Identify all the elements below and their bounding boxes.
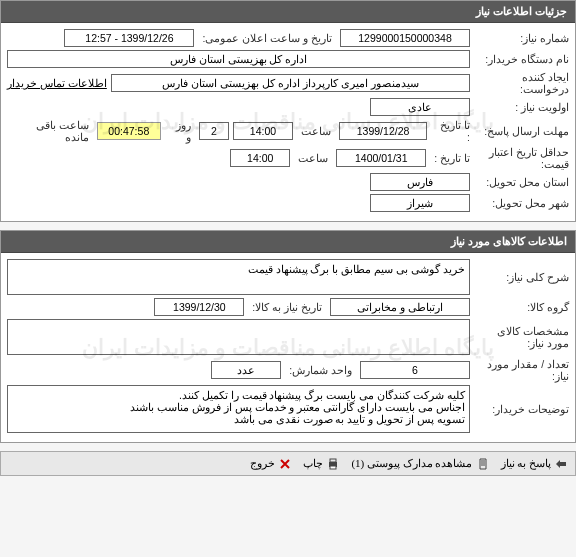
buyer-notes-field: کلیه شرکت کنندگان می بایست برگ پیشنهاد ق… bbox=[7, 385, 470, 433]
requester-label: ایجاد کننده درخواست: bbox=[474, 71, 569, 95]
reply-label: پاسخ به نیاز bbox=[501, 457, 552, 470]
svg-rect-1 bbox=[330, 459, 336, 462]
time-label-2: ساعت bbox=[294, 152, 332, 164]
requester-field: سیدمنصور امیری کارپرداز اداره کل بهزیستی… bbox=[111, 74, 470, 92]
until-date-label: تا تاریخ : bbox=[431, 119, 470, 143]
days-remaining-field: 2 bbox=[199, 122, 229, 140]
goods-group-field: ارتباطی و مخابراتی bbox=[330, 298, 470, 316]
panel1-header: جزئیات اطلاعات نیاز bbox=[1, 1, 575, 23]
unit-label: واحد شمارش: bbox=[285, 364, 356, 376]
print-icon bbox=[327, 458, 339, 470]
until-date-label-2: تا تاریخ : bbox=[430, 152, 470, 164]
deadline-date-field: 1399/12/28 bbox=[339, 122, 427, 140]
min-validity-label: حداقل تاریخ اعتبار قیمت: bbox=[474, 146, 569, 170]
validity-time-field: 14:00 bbox=[230, 149, 290, 167]
validity-date-field: 1400/01/31 bbox=[336, 149, 426, 167]
unit-field: عدد bbox=[211, 361, 281, 379]
print-label: چاپ bbox=[303, 457, 323, 470]
delivery-city-field: شیراز bbox=[370, 194, 470, 212]
delivery-province-label: استان محل تحویل: bbox=[474, 176, 569, 188]
buyer-org-label: نام دستگاه خریدار: bbox=[474, 53, 569, 65]
goods-info-panel: اطلاعات کالاهای مورد نیاز پایگاه اطلاع ر… bbox=[0, 230, 576, 443]
exit-button[interactable]: خروج bbox=[250, 457, 291, 470]
time-remaining-label: ساعت باقی مانده bbox=[7, 119, 93, 143]
public-datetime-field: 1399/12/26 - 12:57 bbox=[64, 29, 194, 47]
svg-rect-2 bbox=[330, 466, 336, 469]
qty-field: 6 bbox=[360, 361, 470, 379]
goods-group-label: گروه کالا: bbox=[474, 301, 569, 313]
attachments-label: مشاهده مدارک پیوستی (1) bbox=[351, 457, 472, 470]
need-date-field: 1399/12/30 bbox=[154, 298, 244, 316]
days-and-label: روز و bbox=[165, 119, 195, 143]
buyer-org-field: اداره کل بهزیستی استان فارس bbox=[7, 50, 470, 68]
qty-label: تعداد / مقدار مورد نیاز: bbox=[474, 358, 569, 382]
deadline-time-field: 14:00 bbox=[233, 122, 293, 140]
reply-button[interactable]: پاسخ به نیاز bbox=[501, 457, 568, 470]
reply-icon bbox=[555, 458, 567, 470]
delivery-city-label: شهر محل تحویل: bbox=[474, 197, 569, 209]
general-desc-field: خرید گوشی بی سیم مطابق با برگ پیشنهاد قی… bbox=[7, 259, 470, 295]
need-number-field: 1299000150000348 bbox=[340, 29, 470, 47]
need-date-label: تاریخ نیاز به کالا: bbox=[248, 301, 326, 313]
specs-label: مشخصات کالای مورد نیاز: bbox=[474, 325, 569, 349]
need-number-label: شماره نیاز: bbox=[474, 32, 569, 44]
deadline-label: مهلت ارسال پاسخ: bbox=[474, 125, 569, 137]
attachments-button[interactable]: مشاهده مدارک پیوستی (1) bbox=[351, 457, 488, 470]
panel2-header: اطلاعات کالاهای مورد نیاز bbox=[1, 231, 575, 253]
priority-label: اولویت نیاز : bbox=[474, 101, 569, 113]
exit-label: خروج bbox=[250, 457, 275, 470]
need-details-panel: جزئیات اطلاعات نیاز پایگاه اطلاع رسانی م… bbox=[0, 0, 576, 222]
delivery-province-field: فارس bbox=[370, 173, 470, 191]
public-datetime-label: تاریخ و ساعت اعلان عمومی: bbox=[198, 32, 336, 44]
buyer-contact-link[interactable]: اطلاعات تماس خریدار bbox=[7, 77, 107, 89]
buyer-notes-label: توضیحات خریدار: bbox=[474, 403, 569, 415]
time-remaining-field: 00:47:58 bbox=[97, 122, 161, 140]
exit-icon bbox=[279, 458, 291, 470]
specs-field bbox=[7, 319, 470, 355]
general-desc-label: شرح کلی نیاز: bbox=[474, 271, 569, 283]
time-label-1: ساعت bbox=[297, 125, 335, 137]
print-button[interactable]: چاپ bbox=[303, 457, 339, 470]
priority-field: عادی bbox=[370, 98, 470, 116]
attachment-icon bbox=[477, 458, 489, 470]
actions-bar: پاسخ به نیاز مشاهده مدارک پیوستی (1) چاپ… bbox=[0, 451, 576, 476]
